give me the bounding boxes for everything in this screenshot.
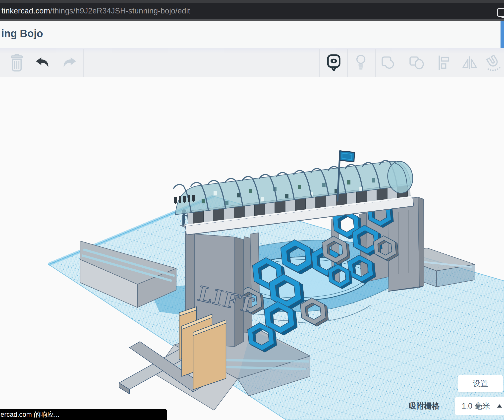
scene-svg: LIFT: [0, 0, 504, 420]
snap-grid-value: 1.0 毫米: [462, 401, 490, 411]
snap-grid-label: 吸附栅格: [409, 401, 440, 411]
status-text: ercad.com 的响应...: [0, 410, 59, 419]
snap-grid-dropdown[interactable]: 1.0 毫米: [455, 397, 504, 415]
settings-label: 设置: [473, 378, 488, 389]
settings-button[interactable]: 设置: [458, 375, 503, 392]
browser-status-toast: ercad.com 的响应...: [0, 409, 167, 420]
viewport-3d-canvas[interactable]: LIFT: [0, 77, 504, 420]
dropdown-arrow-icon: [497, 404, 502, 408]
